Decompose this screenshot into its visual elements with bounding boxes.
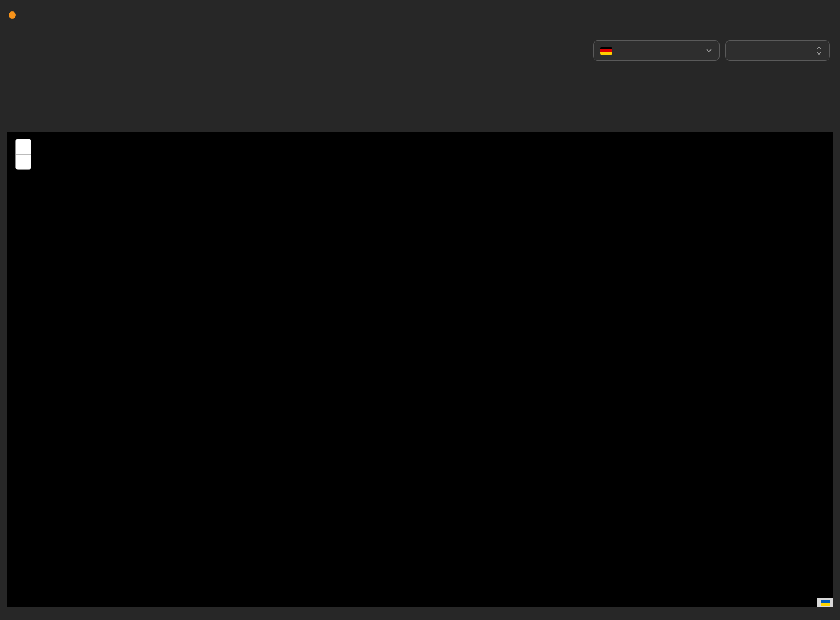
- country-selector: [593, 36, 720, 61]
- logo[interactable]: [7, 11, 16, 19]
- ukraine-flag-icon: [821, 600, 830, 606]
- bitcoin-icon: [9, 11, 16, 19]
- german-flag-icon: [600, 47, 612, 55]
- country-select[interactable]: [593, 40, 720, 61]
- chevron-down-icon: [705, 48, 712, 53]
- select-chevrons-icon: [816, 45, 822, 56]
- header-divider: [140, 8, 140, 28]
- map-zoom-control: [15, 139, 31, 170]
- language-selector: [725, 36, 830, 61]
- top-bar: [0, 0, 840, 34]
- map-canvas[interactable]: [7, 132, 833, 607]
- zoom-in-button[interactable]: [16, 139, 31, 155]
- map-attribution: [817, 598, 833, 607]
- zoom-out-button[interactable]: [16, 155, 31, 169]
- map-svg: [7, 132, 833, 607]
- language-select[interactable]: [725, 40, 830, 61]
